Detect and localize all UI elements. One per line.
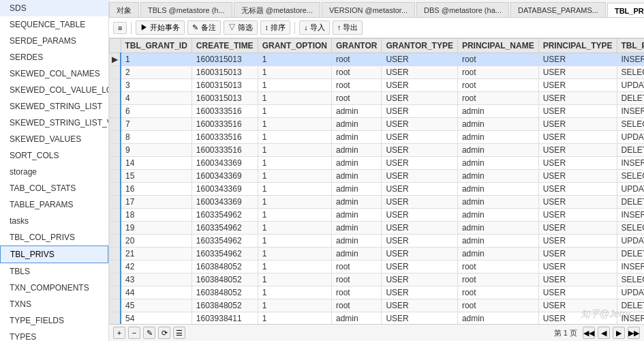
tab-3[interactable]: VERSION @metastor... xyxy=(322,2,415,17)
sidebar-item-tab-col-stats[interactable]: TAB_COL_STATS xyxy=(0,180,108,196)
table-row[interactable]: ▶116003150131rootUSERrootUSERINSERT4331 xyxy=(110,53,645,66)
column-header-principal_type[interactable]: PRINCIPAL_TYPE xyxy=(538,39,617,53)
sidebar-item-tbls[interactable]: TBLS xyxy=(0,263,108,280)
table-row[interactable]: 1816033549621adminUSERadminUSERINSERT105… xyxy=(110,209,645,222)
sidebar-item-sds[interactable]: SDS xyxy=(0,0,108,16)
cell-grant_option: 1 xyxy=(258,157,331,170)
column-header-grantor[interactable]: GRANTOR xyxy=(331,39,381,53)
cell-grantor_type: USER xyxy=(382,183,457,196)
sidebar-item-txns[interactable]: TXNS xyxy=(0,296,108,312)
table-row[interactable]: 5416039384111adminUSERadminUSERINSERT124… xyxy=(110,312,645,325)
cell-grantor: admin xyxy=(331,131,381,144)
import-button[interactable]: ↓ 导入 xyxy=(299,20,330,35)
cell-principal_type: USER xyxy=(538,144,617,157)
last-page-button[interactable]: ▶▶ xyxy=(628,327,640,339)
menu-row-button[interactable]: ☰ xyxy=(173,327,185,339)
cell-tbl_grant_id: 54 xyxy=(121,312,191,325)
tab-1[interactable]: TBLS @metastore (h... xyxy=(140,2,232,17)
column-header-grant_option[interactable]: GRANT_OPTION xyxy=(258,39,331,53)
table-row[interactable]: 316003150131rootUSERrootUSERUPDATE4331 xyxy=(110,79,645,92)
table-row[interactable]: 916003335161adminUSERadminUSERDELETE1044… xyxy=(110,144,645,157)
table-row[interactable]: 1716003433691adminUSERadminUSERDELETE104… xyxy=(110,196,645,209)
comment-button[interactable]: ✎ 备注 xyxy=(187,20,220,35)
cell-grantor_type: USER xyxy=(382,105,457,118)
sidebar-item-skewed-string-list[interactable]: SKEWED_STRING_LIST xyxy=(0,98,108,115)
sidebar-item-table-params[interactable]: TABLE_PARAMS xyxy=(0,196,108,213)
column-header-create_time[interactable]: CREATE_TIME xyxy=(191,39,258,53)
table-row[interactable]: 1916033549621adminUSERadminUSERSELECT105… xyxy=(110,222,645,235)
sidebar-item-tbl-privs[interactable]: TBL_PRIVS xyxy=(0,246,108,263)
cell-principal_type: USER xyxy=(538,222,617,235)
cell-tbl_grant_id: 15 xyxy=(121,170,191,183)
sidebar-item-type-fields[interactable]: TYPE_FIELDS xyxy=(0,312,108,329)
sidebar-item-txn-components[interactable]: TXN_COMPONENTS xyxy=(0,280,108,296)
sidebar-item-serdes[interactable]: SERDES xyxy=(0,49,108,65)
sidebar-item-serde-params[interactable]: SERDE_PARAMS xyxy=(0,33,108,49)
sidebar-item-skewed-col-value-loc-map[interactable]: SKEWED_COL_VALUE_LOC_MAP xyxy=(0,82,108,98)
cell-grantor: root xyxy=(331,273,381,286)
refresh-button[interactable]: ⟳ xyxy=(158,327,170,339)
table-row[interactable]: 4516038480521rootUSERrootUSERDELETE12151 xyxy=(110,299,645,312)
first-page-button[interactable]: ◀◀ xyxy=(583,327,595,339)
menu-button[interactable]: ≡ xyxy=(113,22,127,34)
sidebar-item-tbl-col-privs[interactable]: TBL_COL_PRIVS xyxy=(0,229,108,246)
table-row[interactable]: 2016033549621adminUSERadminUSERUPDATE105… xyxy=(110,235,645,248)
export-button[interactable]: ↑ 导出 xyxy=(333,20,363,35)
table-row[interactable]: 1616003433691adminUSERadminUSERUPDATE104… xyxy=(110,183,645,196)
cell-principal_name: admin xyxy=(457,248,538,261)
table-row[interactable]: 4216038480521rootUSERrootUSERINSERT12151 xyxy=(110,261,645,273)
column-header-principal_name[interactable]: PRINCIPAL_NAME xyxy=(457,39,538,53)
tab-0[interactable]: 对象 xyxy=(109,2,139,17)
sort-button[interactable]: ↕ 排序 xyxy=(260,20,291,35)
cell-tbl_priv: SELECT xyxy=(617,66,644,79)
next-page-button[interactable]: ▶ xyxy=(613,327,625,339)
prev-page-button[interactable]: ◀ xyxy=(598,327,610,339)
table-row[interactable]: 816003335161adminUSERadminUSERUPDATE1044… xyxy=(110,131,645,144)
cell-tbl_priv: DELETE xyxy=(617,299,644,312)
cell-tbl_grant_id: 1 xyxy=(121,53,191,66)
table-row[interactable]: 416003150131rootUSERrootUSERDELETE4331 xyxy=(110,92,645,105)
sidebar-item-sequence-table[interactable]: SEQUENCE_TABLE xyxy=(0,16,108,33)
tab-2[interactable]: 无标题 @metastore... xyxy=(234,2,320,17)
cell-tbl_grant_id: 17 xyxy=(121,196,191,209)
filter-button[interactable]: ▽ 筛选 xyxy=(224,20,258,35)
sidebar-item-sort-cols[interactable]: SORT_COLS xyxy=(0,147,108,164)
table-row[interactable]: 1416003433691adminUSERadminUSERINSERT104… xyxy=(110,157,645,170)
tab-4[interactable]: DBS @metastore (ha... xyxy=(416,2,509,17)
sidebar-item-tasks[interactable]: tasks xyxy=(0,213,108,229)
column-header-grantor_type[interactable]: GRANTOR_TYPE xyxy=(382,39,457,53)
cell-grantor_type: USER xyxy=(382,196,457,209)
table-row[interactable]: 1516003433691adminUSERadminUSERSELECT104… xyxy=(110,170,645,183)
cell-grantor_type: USER xyxy=(382,209,457,222)
cell-grantor_type: USER xyxy=(382,273,457,286)
sidebar-item-skewed-string-list-values[interactable]: SKEWED_STRING_LIST_VALUES xyxy=(0,115,108,131)
table-row[interactable]: 2116033549621adminUSERadminUSERDELETE105… xyxy=(110,248,645,261)
table-row[interactable]: 616003335161adminUSERadminUSERINSERT1044… xyxy=(110,105,645,118)
table-row[interactable]: 4416038480521rootUSERrootUSERUPDATE12151 xyxy=(110,286,645,299)
cell-tbl_grant_id: 2 xyxy=(121,66,191,79)
sidebar-item-skewed-values[interactable]: SKEWED_VALUES xyxy=(0,131,108,147)
table-row[interactable]: 716003335161adminUSERadminUSERSELECT1044… xyxy=(110,118,645,131)
sidebar-item-storage[interactable]: storage xyxy=(0,164,108,180)
cell-principal_name: admin xyxy=(457,157,538,170)
table-row[interactable]: 4316038480521rootUSERrootUSERSELECT12151 xyxy=(110,273,645,286)
tab-6[interactable]: TBL_PRIVS @metasto... xyxy=(607,3,644,18)
table-row[interactable]: 216003150131rootUSERrootUSERSELECT4331 xyxy=(110,66,645,79)
cell-grantor_type: USER xyxy=(382,312,457,325)
add-row-button[interactable]: + xyxy=(113,327,125,339)
row-indicator xyxy=(110,209,121,222)
cell-grantor_type: USER xyxy=(382,157,457,170)
start-transaction-button[interactable]: ▶ 开始事务 xyxy=(136,20,185,35)
sidebar-item-types[interactable]: TYPES xyxy=(0,329,108,341)
cell-principal_name: admin xyxy=(457,235,538,248)
sidebar-item-skewed-col-names[interactable]: SKEWED_COL_NAMES xyxy=(0,65,108,82)
tab-5[interactable]: DATABASE_PARAMS... xyxy=(510,2,606,17)
row-indicator xyxy=(110,144,121,157)
cell-grantor_type: USER xyxy=(382,170,457,183)
column-header-tbl_priv[interactable]: TBL_PRIV xyxy=(617,39,644,53)
cell-tbl_priv: INSERT xyxy=(617,261,644,273)
column-header-tbl_grant_id[interactable]: TBL_GRANT_ID xyxy=(121,39,191,53)
cell-tbl_grant_id: 19 xyxy=(121,222,191,235)
edit-row-button[interactable]: ✎ xyxy=(143,327,155,339)
delete-row-button[interactable]: − xyxy=(128,327,140,339)
